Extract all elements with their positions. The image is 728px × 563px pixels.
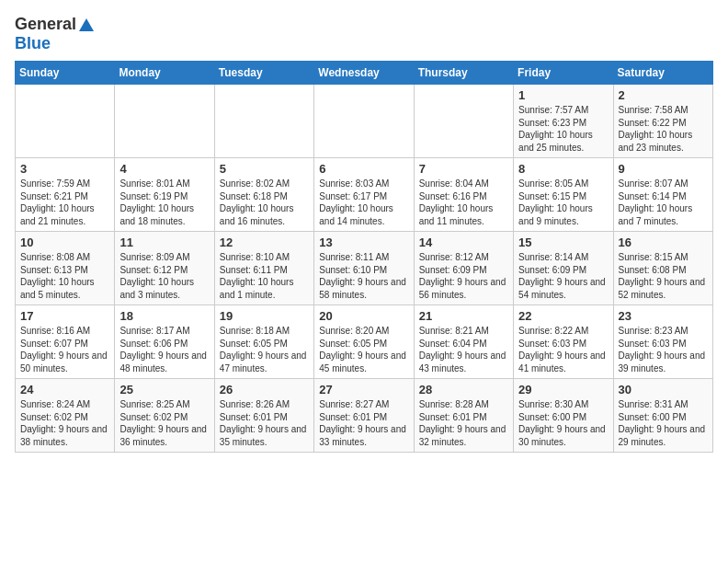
day-number: 15: [518, 236, 608, 249]
calendar-cell: 7Sunrise: 8:04 AMSunset: 6:16 PMDaylight…: [414, 158, 513, 232]
logo-general-text: General: [15, 15, 76, 34]
day-number: 20: [319, 309, 408, 323]
weekday-header-wednesday: Wednesday: [314, 62, 414, 85]
calendar-cell: 10Sunrise: 8:08 AMSunset: 6:13 PMDayligh…: [16, 232, 115, 305]
day-number: 10: [20, 236, 109, 249]
calendar-cell: 19Sunrise: 8:18 AMSunset: 6:05 PMDayligh…: [214, 305, 313, 379]
day-info: Sunrise: 8:27 AMSunset: 6:01 PMDaylight:…: [319, 398, 408, 448]
calendar-week-5: 24Sunrise: 8:24 AMSunset: 6:02 PMDayligh…: [16, 379, 713, 453]
day-number: 26: [220, 383, 309, 396]
calendar-cell: 17Sunrise: 8:16 AMSunset: 6:07 PMDayligh…: [16, 305, 115, 379]
calendar-week-1: 1Sunrise: 7:57 AMSunset: 6:23 PMDaylight…: [16, 85, 713, 158]
day-info: Sunrise: 8:16 AMSunset: 6:07 PMDaylight:…: [20, 325, 109, 374]
calendar-cell: 30Sunrise: 8:31 AMSunset: 6:00 PMDayligh…: [613, 379, 712, 453]
weekday-header-thursday: Thursday: [414, 62, 513, 85]
day-number: 25: [119, 383, 209, 396]
day-number: 18: [119, 309, 209, 323]
calendar-week-3: 10Sunrise: 8:08 AMSunset: 6:13 PMDayligh…: [16, 232, 713, 305]
day-number: 12: [220, 236, 309, 249]
day-info: Sunrise: 8:21 AMSunset: 6:04 PMDaylight:…: [419, 325, 508, 374]
calendar-cell: 16Sunrise: 8:15 AMSunset: 6:08 PMDayligh…: [613, 232, 712, 305]
day-info: Sunrise: 8:05 AMSunset: 6:15 PMDaylight:…: [518, 178, 608, 227]
calendar-cell: 14Sunrise: 8:12 AMSunset: 6:09 PMDayligh…: [414, 232, 513, 305]
calendar-cell: [214, 85, 313, 158]
calendar-cell: 18Sunrise: 8:17 AMSunset: 6:06 PMDayligh…: [115, 305, 214, 379]
day-number: 2: [619, 88, 708, 102]
day-info: Sunrise: 8:03 AMSunset: 6:17 PMDaylight:…: [319, 178, 408, 227]
day-number: 8: [518, 162, 608, 176]
day-number: 22: [518, 309, 608, 323]
day-info: Sunrise: 8:20 AMSunset: 6:05 PMDaylight:…: [319, 325, 408, 374]
day-info: Sunrise: 8:15 AMSunset: 6:08 PMDaylight:…: [619, 251, 708, 301]
day-info: Sunrise: 8:10 AMSunset: 6:11 PMDaylight:…: [220, 251, 309, 301]
day-number: 19: [220, 309, 309, 323]
day-number: 29: [518, 383, 608, 396]
day-info: Sunrise: 8:08 AMSunset: 6:13 PMDaylight:…: [20, 251, 109, 301]
day-info: Sunrise: 8:25 AMSunset: 6:02 PMDaylight:…: [119, 398, 209, 448]
day-number: 9: [619, 162, 708, 176]
calendar-body: 1Sunrise: 7:57 AMSunset: 6:23 PMDaylight…: [16, 85, 713, 453]
day-info: Sunrise: 8:28 AMSunset: 6:01 PMDaylight:…: [419, 398, 508, 448]
weekday-header-saturday: Saturday: [613, 62, 712, 85]
calendar-cell: 24Sunrise: 8:24 AMSunset: 6:02 PMDayligh…: [16, 379, 115, 453]
day-info: Sunrise: 8:01 AMSunset: 6:19 PMDaylight:…: [119, 178, 209, 227]
calendar-cell: [314, 85, 414, 158]
calendar-cell: 20Sunrise: 8:20 AMSunset: 6:05 PMDayligh…: [314, 305, 414, 379]
day-info: Sunrise: 8:30 AMSunset: 6:00 PMDaylight:…: [518, 398, 608, 448]
calendar-cell: 9Sunrise: 8:07 AMSunset: 6:14 PMDaylight…: [613, 158, 712, 232]
calendar-cell: 22Sunrise: 8:22 AMSunset: 6:03 PMDayligh…: [514, 305, 613, 379]
calendar-table: SundayMondayTuesdayWednesdayThursdayFrid…: [15, 61, 713, 453]
day-info: Sunrise: 8:23 AMSunset: 6:03 PMDaylight:…: [619, 325, 708, 374]
calendar-cell: 5Sunrise: 8:02 AMSunset: 6:18 PMDaylight…: [214, 158, 313, 232]
day-number: 4: [119, 162, 209, 176]
calendar-cell: 3Sunrise: 7:59 AMSunset: 6:21 PMDaylight…: [16, 158, 115, 232]
day-number: 13: [319, 236, 408, 249]
calendar-cell: 11Sunrise: 8:09 AMSunset: 6:12 PMDayligh…: [115, 232, 214, 305]
calendar-cell: 12Sunrise: 8:10 AMSunset: 6:11 PMDayligh…: [214, 232, 313, 305]
day-number: 11: [119, 236, 209, 249]
day-number: 1: [518, 88, 608, 102]
calendar-cell: 27Sunrise: 8:27 AMSunset: 6:01 PMDayligh…: [314, 379, 414, 453]
day-info: Sunrise: 7:59 AMSunset: 6:21 PMDaylight:…: [20, 178, 109, 227]
calendar-cell: 2Sunrise: 7:58 AMSunset: 6:22 PMDaylight…: [613, 85, 712, 158]
calendar-cell: 13Sunrise: 8:11 AMSunset: 6:10 PMDayligh…: [314, 232, 414, 305]
weekday-header-monday: Monday: [115, 62, 214, 85]
day-number: 27: [319, 383, 408, 396]
day-info: Sunrise: 8:17 AMSunset: 6:06 PMDaylight:…: [119, 325, 209, 374]
calendar-cell: [16, 85, 115, 158]
day-info: Sunrise: 7:57 AMSunset: 6:23 PMDaylight:…: [518, 104, 608, 154]
day-number: 6: [319, 162, 408, 176]
day-number: 17: [20, 309, 109, 323]
day-info: Sunrise: 8:18 AMSunset: 6:05 PMDaylight:…: [220, 325, 309, 374]
day-number: 28: [419, 383, 508, 396]
page-header: General Blue: [15, 15, 713, 53]
calendar-cell: 4Sunrise: 8:01 AMSunset: 6:19 PMDaylight…: [115, 158, 214, 232]
day-number: 3: [20, 162, 109, 176]
day-info: Sunrise: 8:26 AMSunset: 6:01 PMDaylight:…: [220, 398, 309, 448]
day-info: Sunrise: 8:07 AMSunset: 6:14 PMDaylight:…: [619, 178, 708, 227]
day-info: Sunrise: 8:24 AMSunset: 6:02 PMDaylight:…: [20, 398, 109, 448]
logo: General Blue: [15, 15, 95, 53]
calendar-cell: [115, 85, 214, 158]
calendar-cell: 26Sunrise: 8:26 AMSunset: 6:01 PMDayligh…: [214, 379, 313, 453]
calendar-cell: 15Sunrise: 8:14 AMSunset: 6:09 PMDayligh…: [514, 232, 613, 305]
day-number: 14: [419, 236, 508, 249]
day-number: 30: [619, 383, 708, 396]
calendar-cell: 23Sunrise: 8:23 AMSunset: 6:03 PMDayligh…: [613, 305, 712, 379]
logo-blue-text: Blue: [15, 34, 51, 52]
day-info: Sunrise: 8:12 AMSunset: 6:09 PMDaylight:…: [419, 251, 508, 301]
calendar-week-2: 3Sunrise: 7:59 AMSunset: 6:21 PMDaylight…: [16, 158, 713, 232]
day-number: 16: [619, 236, 708, 249]
day-info: Sunrise: 8:04 AMSunset: 6:16 PMDaylight:…: [419, 178, 508, 227]
weekday-header-tuesday: Tuesday: [214, 62, 313, 85]
day-number: 24: [20, 383, 109, 396]
day-info: Sunrise: 7:58 AMSunset: 6:22 PMDaylight:…: [619, 104, 708, 154]
weekday-header-friday: Friday: [514, 62, 613, 85]
day-number: 21: [419, 309, 508, 323]
logo-arrow-icon: [78, 17, 95, 33]
day-info: Sunrise: 8:22 AMSunset: 6:03 PMDaylight:…: [518, 325, 608, 374]
calendar-cell: 1Sunrise: 7:57 AMSunset: 6:23 PMDaylight…: [514, 85, 613, 158]
calendar-week-4: 17Sunrise: 8:16 AMSunset: 6:07 PMDayligh…: [16, 305, 713, 379]
calendar-cell: 8Sunrise: 8:05 AMSunset: 6:15 PMDaylight…: [514, 158, 613, 232]
day-info: Sunrise: 8:02 AMSunset: 6:18 PMDaylight:…: [220, 178, 309, 227]
